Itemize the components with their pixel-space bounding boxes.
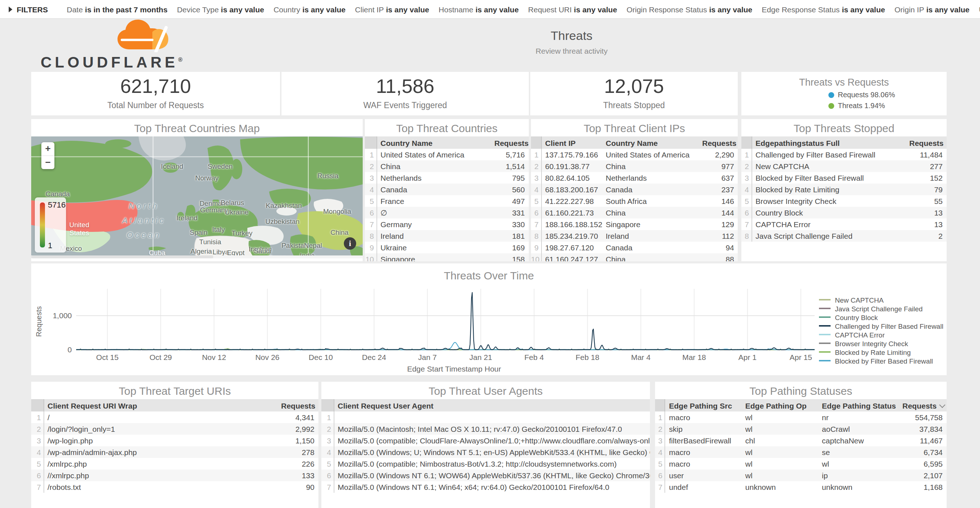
table-row[interactable]: 2/login/?login_only=12,992 bbox=[31, 423, 318, 435]
table-row[interactable]: 4Canada560 bbox=[365, 184, 528, 195]
filter-chip-date[interactable]: Dateis in the past 7 months bbox=[67, 5, 167, 13]
column-header-requests[interactable]: Requests bbox=[906, 137, 946, 149]
table-row[interactable]: 4/wp-admin/admin-ajax.php278 bbox=[31, 446, 318, 458]
filter-chip-country[interactable]: Countryis any value bbox=[274, 5, 346, 13]
table-row[interactable]: 5Browser Integrity Check55 bbox=[741, 195, 946, 207]
cell: Mozilla/5.0 (Macintosh; Intel Mac OS X 1… bbox=[334, 423, 650, 435]
table-row[interactable]: 4macrowlse6,734 bbox=[655, 446, 946, 458]
table-row[interactable]: 6∅331 bbox=[365, 207, 528, 218]
column-header-requests[interactable]: Requests bbox=[491, 137, 528, 149]
arctic-island bbox=[91, 147, 105, 153]
chart-legend-item[interactable]: Blocked by Rate Limiting bbox=[819, 348, 943, 356]
table-row[interactable]: 2China1,514 bbox=[365, 160, 528, 172]
column-header-requests[interactable]: Requests bbox=[277, 399, 318, 411]
table-row[interactable]: 2skipwlaoCrawl37,834 bbox=[655, 423, 946, 435]
table-row[interactable]: 8Ireland181 bbox=[365, 230, 528, 242]
cell: 144 bbox=[698, 207, 738, 218]
table-title: Top Threat Client IPs bbox=[531, 119, 738, 137]
table-row[interactable]: 3/wp-login.php1,150 bbox=[31, 435, 318, 446]
threats-over-time-chart[interactable]: Oct 15Oct 29Nov 12Nov 26Dec 10Dec 24Jan … bbox=[31, 263, 947, 375]
column-header-edge-pathing-status[interactable]: Edge Pathing Status bbox=[818, 399, 899, 411]
table-row[interactable]: 1Challenged by Filter Based Firewall11,4… bbox=[741, 149, 946, 160]
y-tick-label: 0 bbox=[67, 346, 72, 354]
filter-chip-origin-response-status[interactable]: Origin Response Statusis any value bbox=[626, 5, 752, 13]
table-row[interactable]: 541.222.227.98South Africa146 bbox=[531, 195, 738, 207]
legend-swatch-icon bbox=[819, 317, 830, 318]
table-row[interactable]: 1061.160.247.127China88 bbox=[531, 253, 738, 261]
table-row[interactable]: 3Mozilla/5.0 (compatible; CloudFlare-Alw… bbox=[321, 435, 650, 446]
table-row[interactable]: 9198.27.67.120Canada94 bbox=[531, 242, 738, 253]
row-rank: 9 bbox=[531, 242, 541, 253]
table-row[interactable]: 380.82.64.105Netherlands637 bbox=[531, 172, 738, 184]
table-row[interactable]: 2Mozilla/5.0 (Macintosh; Intel Mac OS X … bbox=[321, 423, 650, 435]
chart-legend-item[interactable]: New CAPTCHA bbox=[819, 295, 943, 304]
table-row[interactable]: 7Mozilla/5.0 (Windows NT 6.1; Win64; x64… bbox=[321, 481, 650, 493]
table-row[interactable]: 7/robots.txt90 bbox=[31, 481, 318, 493]
table-row[interactable]: 5/xmlrpc.php226 bbox=[31, 458, 318, 470]
row-rank: 2 bbox=[741, 160, 751, 172]
table-row[interactable]: 6Mozilla/5.0 (Windows NT 6.1; WOW64) App… bbox=[321, 470, 650, 481]
column-header-requests[interactable]: Requests bbox=[899, 399, 946, 411]
table-row[interactable]: 1United States of America5,716 bbox=[365, 149, 528, 160]
table-row[interactable]: 4Blocked by Rate Limiting79 bbox=[741, 184, 946, 195]
table-row[interactable]: 1137.175.79.166United States of America2… bbox=[531, 149, 738, 160]
table-row[interactable]: 5macrowlwl6,595 bbox=[655, 458, 946, 470]
filter-chip-request-uri[interactable]: Request URIis any value bbox=[528, 5, 617, 13]
world-map[interactable]: CanadaUnited StatesMexicoCubaIcelandSwed… bbox=[31, 137, 363, 258]
cell: 185.234.219.70 bbox=[541, 230, 602, 242]
table-row[interactable]: 7188.166.188.152Singapore129 bbox=[531, 218, 738, 230]
chart-legend-item[interactable]: CAPTCHA Error bbox=[819, 330, 943, 339]
table-row[interactable]: 1 bbox=[321, 411, 650, 423]
table-row[interactable]: 3filterBasedFirewallchlcaptchaNew11,467 bbox=[655, 435, 946, 446]
table-row[interactable]: 4Mozilla/5.0 (Windows; U; Windows NT 5.1… bbox=[321, 446, 650, 458]
map-zoom-in-button[interactable]: + bbox=[41, 142, 54, 156]
table-row[interactable]: 1/4,341 bbox=[31, 411, 318, 423]
table-row[interactable]: 6//xmlrpc.php133 bbox=[31, 470, 318, 481]
column-header-edge-pathing-src[interactable]: Edge Pathing Src bbox=[665, 399, 741, 411]
table-row[interactable]: 6userwlip2,107 bbox=[655, 470, 946, 481]
map-info-button[interactable]: i bbox=[344, 237, 356, 250]
column-header-country-name[interactable]: Country Name bbox=[602, 137, 698, 149]
table-row[interactable]: 7undefunknownunknown1,168 bbox=[655, 481, 946, 493]
table-row[interactable]: 260.191.38.77China977 bbox=[531, 160, 738, 172]
table-row[interactable]: 10Singapore158 bbox=[365, 253, 528, 261]
table-row[interactable]: 468.183.200.167Canada237 bbox=[531, 184, 738, 195]
table-row[interactable]: 2New CAPTCHA277 bbox=[741, 160, 946, 172]
table-row[interactable]: 6Country Block13 bbox=[741, 207, 946, 218]
table-row[interactable]: 9Ukraine169 bbox=[365, 242, 528, 253]
table-row[interactable]: 3Blocked by Filter Based Firewall152 bbox=[741, 172, 946, 184]
map-scrollbar[interactable] bbox=[31, 255, 363, 258]
table-row[interactable]: 5Mozilla/5.0 (compatible; Nimbostratus-B… bbox=[321, 458, 650, 470]
table-row[interactable]: 8Java Script Challenge Failed2 bbox=[741, 230, 946, 242]
filter-chip-device-type[interactable]: Device Typeis any value bbox=[177, 5, 264, 13]
filter-chip-origin-ip[interactable]: Origin IPis any value bbox=[894, 5, 969, 13]
column-header-edge-pathing-op[interactable]: Edge Pathing Op bbox=[742, 399, 818, 411]
chart-legend-item[interactable]: Java Script Challenge Failed bbox=[819, 304, 943, 313]
table-row[interactable]: 661.160.221.73China144 bbox=[531, 207, 738, 218]
table-row[interactable]: 1macrowlnr554,758 bbox=[655, 411, 946, 423]
chart-legend-item[interactable]: Country Block bbox=[819, 313, 943, 322]
table-row[interactable]: 5France497 bbox=[365, 195, 528, 207]
chart-legend-item[interactable]: Browser Integrity Check bbox=[819, 339, 943, 348]
cell: 560 bbox=[491, 184, 528, 195]
chart-legend-item[interactable]: Blocked by Filter Based Firewall bbox=[819, 356, 943, 365]
row-rank: 8 bbox=[531, 230, 541, 242]
chart-legend-item[interactable]: Challenged by Filter Based Firewall bbox=[819, 322, 943, 330]
table-row[interactable]: 7CAPTCHA Error13 bbox=[741, 218, 946, 230]
filter-chip-edge-response-status[interactable]: Edge Response Statusis any value bbox=[762, 5, 885, 13]
table-row[interactable]: 8185.234.219.70Ireland112 bbox=[531, 230, 738, 242]
column-header-edgepathingstatus-full[interactable]: Edgepathingstatus Full bbox=[751, 137, 906, 149]
filters-toggle[interactable]: FILTERS bbox=[9, 5, 48, 13]
table-row[interactable]: 3Netherlands795 bbox=[365, 172, 528, 184]
column-header-requests[interactable]: Requests bbox=[698, 137, 738, 149]
map-zoom-out-button[interactable]: − bbox=[41, 156, 54, 169]
table-row[interactable]: 7Germany330 bbox=[365, 218, 528, 230]
column-header-client-ip[interactable]: Client IP bbox=[541, 137, 602, 149]
column-header-country-name[interactable]: Country Name bbox=[377, 137, 491, 149]
column-header-client-request-user-agent[interactable]: Client Request User Agent bbox=[334, 399, 650, 411]
filter-chip-hostname[interactable]: Hostnameis any value bbox=[439, 5, 519, 13]
map-legend-min: 1 bbox=[48, 241, 52, 250]
filter-chip-client-ip[interactable]: Client IPis any value bbox=[355, 5, 429, 13]
threats-vs-requests-title: Threats vs Requests bbox=[741, 77, 947, 88]
column-header-client-request-uri-wrap[interactable]: Client Request URI Wrap bbox=[43, 399, 277, 411]
